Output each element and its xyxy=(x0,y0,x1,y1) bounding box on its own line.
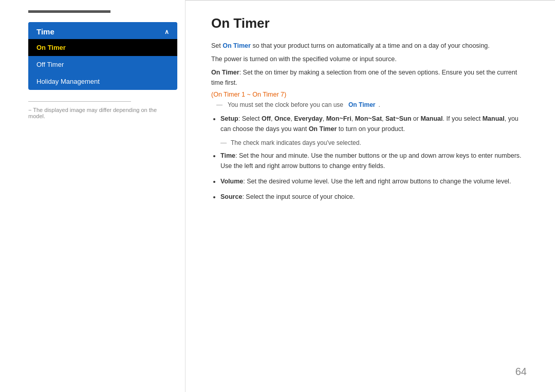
content-area: On Timer Set On Timer so that your produ… xyxy=(185,0,555,392)
sidebar-top-bar xyxy=(28,10,110,13)
page-number: 64 xyxy=(515,366,527,378)
chevron-up-icon: ∧ xyxy=(164,28,169,35)
menu-title: Time xyxy=(36,27,54,36)
sidebar-divider xyxy=(28,101,131,102)
sidebar-item-holiday-management[interactable]: Holiday Management xyxy=(28,73,177,90)
top-rule xyxy=(186,0,555,1)
sub-note-checkmark: The check mark indicates days you've sel… xyxy=(211,139,524,146)
on-timer-bold-ref: On Timer xyxy=(211,69,239,76)
paragraph-3: On Timer: Set the on timer by making a s… xyxy=(211,67,524,88)
page-layout: Time ∧ On Timer Off Timer Holiday Manage… xyxy=(0,0,555,392)
bullet-source: Source: Select the input source of your … xyxy=(220,192,524,202)
menu-box: Time ∧ On Timer Off Timer Holiday Manage… xyxy=(28,22,177,90)
bullet-time: Time: Set the hour and minute. Use the n… xyxy=(220,151,524,171)
orange-range: (On Timer 1 ~ On Timer 7) xyxy=(211,91,524,98)
sidebar-item-on-timer[interactable]: On Timer xyxy=(28,39,177,56)
bullet-list-2: Time: Set the hour and minute. Use the n… xyxy=(220,151,524,202)
sidebar-item-off-timer[interactable]: Off Timer xyxy=(28,56,177,73)
menu-header: Time ∧ xyxy=(28,22,177,39)
bullet-setup: Setup: Select Off, Once, Everyday, Mon~F… xyxy=(220,114,524,134)
on-timer-ref-note: On Timer xyxy=(348,101,375,108)
paragraph-2: The power is turned on with the specifie… xyxy=(211,54,524,64)
page-title: On Timer xyxy=(211,15,524,31)
clock-note: You must set the clock before you can us… xyxy=(211,101,524,108)
paragraph-1: Set On Timer so that your product turns … xyxy=(211,41,524,51)
bullet-list: Setup: Select Off, Once, Everyday, Mon~F… xyxy=(220,114,524,134)
on-timer-ref-1: On Timer xyxy=(223,42,251,49)
bullet-volume: Volume: Set the desired volume level. Us… xyxy=(220,176,524,186)
sidebar: Time ∧ On Timer Off Timer Holiday Manage… xyxy=(0,0,185,392)
sidebar-note: − The displayed image may differ dependi… xyxy=(28,107,185,119)
